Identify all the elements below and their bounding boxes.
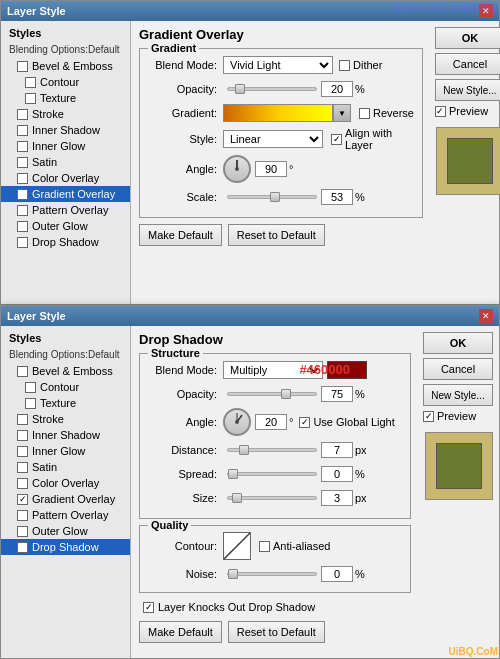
sidebar-item-color-overlay-bottom[interactable]: Color Overlay	[1, 475, 130, 491]
sidebar-item-gradient-overlay-top[interactable]: ✓ Gradient Overlay	[1, 186, 130, 202]
spread-input[interactable]	[321, 466, 353, 482]
texture-checkbox-bottom[interactable]	[25, 398, 36, 409]
sidebar-item-satin-bottom[interactable]: Satin	[1, 459, 130, 475]
pattern-overlay-checkbox-bottom[interactable]	[17, 510, 28, 521]
dither-checkbox[interactable]	[339, 60, 350, 71]
texture-checkbox-top[interactable]	[25, 93, 36, 104]
sidebar-item-inner-glow-top[interactable]: Inner Glow	[1, 138, 130, 154]
gradient-dropdown-icon[interactable]: ▼	[333, 104, 351, 122]
color-overlay-checkbox-bottom[interactable]	[17, 478, 28, 489]
sidebar-item-pattern-overlay-top[interactable]: Pattern Overlay	[1, 202, 130, 218]
scale-slider[interactable]	[227, 195, 317, 199]
opacity-input-top[interactable]	[321, 81, 353, 97]
spread-slider[interactable]	[227, 472, 317, 476]
drop-shadow-checkbox-top[interactable]	[17, 237, 28, 248]
sidebar-item-contour-bottom[interactable]: Contour	[1, 379, 130, 395]
reset-default-button-top[interactable]: Reset to Default	[228, 224, 325, 246]
outer-glow-checkbox-top[interactable]	[17, 221, 28, 232]
svg-point-1	[235, 167, 239, 171]
contour-checkbox-bottom[interactable]	[25, 382, 36, 393]
noise-input[interactable]	[321, 566, 353, 582]
angle-dial-bottom[interactable]	[223, 408, 251, 436]
sidebar-item-contour-top[interactable]: Contour	[1, 74, 130, 90]
reset-default-button-bottom[interactable]: Reset to Default	[228, 621, 325, 643]
inner-shadow-checkbox-bottom[interactable]	[17, 430, 28, 441]
sidebar-item-bevel-top[interactable]: Bevel & Emboss	[1, 58, 130, 74]
sidebar-item-outer-glow-bottom[interactable]: Outer Glow	[1, 523, 130, 539]
sidebar-item-inner-shadow-top[interactable]: Inner Shadow	[1, 122, 130, 138]
style-select[interactable]: Linear	[223, 130, 323, 148]
ok-button-top[interactable]: OK	[435, 27, 500, 49]
bevel-checkbox-bottom[interactable]	[17, 366, 28, 377]
new-style-button-bottom[interactable]: New Style...	[423, 384, 493, 406]
sidebar-item-outer-glow-top[interactable]: Outer Glow	[1, 218, 130, 234]
angle-dial-top[interactable]	[223, 155, 251, 183]
gradient-overlay-checkbox-bottom[interactable]: ✓	[17, 494, 28, 505]
reverse-checkbox[interactable]	[359, 108, 370, 119]
blending-options-label-top[interactable]: Blending Options:Default	[1, 43, 130, 58]
color-overlay-checkbox-top[interactable]	[17, 173, 28, 184]
preview-checkbox-bottom[interactable]: ✓	[423, 411, 434, 422]
contour-label: Contour:	[148, 540, 223, 552]
contour-checkbox-top[interactable]	[25, 77, 36, 88]
contour-picker[interactable]	[223, 532, 251, 560]
bevel-checkbox-top[interactable]	[17, 61, 28, 72]
layer-knocks-checkbox[interactable]: ✓	[143, 602, 154, 613]
inner-glow-checkbox-bottom[interactable]	[17, 446, 28, 457]
outer-glow-checkbox-bottom[interactable]	[17, 526, 28, 537]
distance-slider[interactable]	[227, 448, 317, 452]
opacity-slider-bottom[interactable]	[227, 392, 317, 396]
noise-slider[interactable]	[227, 572, 317, 576]
sidebar-item-inner-shadow-bottom[interactable]: Inner Shadow	[1, 427, 130, 443]
satin-checkbox-top[interactable]	[17, 157, 28, 168]
satin-checkbox-bottom[interactable]	[17, 462, 28, 473]
sidebar-item-inner-glow-bottom[interactable]: Inner Glow	[1, 443, 130, 459]
cancel-button-bottom[interactable]: Cancel	[423, 358, 493, 380]
new-style-button-top[interactable]: New Style...	[435, 79, 500, 101]
cancel-button-top[interactable]: Cancel	[435, 53, 500, 75]
ok-button-bottom[interactable]: OK	[423, 332, 493, 354]
make-default-button-top[interactable]: Make Default	[139, 224, 222, 246]
drop-shadow-checkbox-bottom[interactable]: ✓	[17, 542, 28, 553]
align-layer-checkbox[interactable]: ✓	[331, 134, 342, 145]
pattern-overlay-checkbox-top[interactable]	[17, 205, 28, 216]
opacity-slider-top[interactable]	[227, 87, 317, 91]
anti-aliased-checkbox[interactable]	[259, 541, 270, 552]
gradient-overlay-content: Gradient Overlay Gradient Blend Mode: Vi…	[131, 21, 431, 304]
size-input[interactable]	[321, 490, 353, 506]
sidebar-item-stroke-top[interactable]: Stroke	[1, 106, 130, 122]
sidebar-item-pattern-overlay-bottom[interactable]: Pattern Overlay	[1, 507, 130, 523]
gradient-group-title: Gradient	[148, 42, 199, 54]
size-row: Size: px	[148, 488, 402, 508]
sidebar-item-bevel-bottom[interactable]: Bevel & Emboss	[1, 363, 130, 379]
dialog-bottom-close-button[interactable]: ✕	[479, 309, 493, 323]
angle-input-bottom[interactable]	[255, 414, 287, 430]
sidebar-item-color-overlay-top[interactable]: Color Overlay	[1, 170, 130, 186]
use-global-light-checkbox[interactable]: ✓	[299, 417, 310, 428]
gradient-overlay-checkbox-top[interactable]: ✓	[17, 189, 28, 200]
size-slider[interactable]	[227, 496, 317, 500]
sidebar-item-satin-top[interactable]: Satin	[1, 154, 130, 170]
blend-mode-select-top[interactable]: Vivid Light	[223, 56, 333, 74]
gradient-picker[interactable]	[223, 104, 333, 122]
preview-checkbox-top[interactable]: ✓	[435, 106, 446, 117]
stroke-checkbox-top[interactable]	[17, 109, 28, 120]
blending-options-label-bottom[interactable]: Blending Options:Default	[1, 348, 130, 363]
inner-glow-checkbox-top[interactable]	[17, 141, 28, 152]
preview-box-top	[436, 127, 500, 195]
sidebar-item-drop-shadow-top[interactable]: Drop Shadow	[1, 234, 130, 250]
opacity-input-bottom[interactable]	[321, 386, 353, 402]
preview-label-bottom: Preview	[437, 410, 476, 422]
scale-input[interactable]	[321, 189, 353, 205]
stroke-checkbox-bottom[interactable]	[17, 414, 28, 425]
sidebar-item-texture-bottom[interactable]: Texture	[1, 395, 130, 411]
inner-shadow-checkbox-top[interactable]	[17, 125, 28, 136]
sidebar-item-gradient-overlay-bottom[interactable]: ✓ Gradient Overlay	[1, 491, 130, 507]
make-default-button-bottom[interactable]: Make Default	[139, 621, 222, 643]
angle-input-top[interactable]	[255, 161, 287, 177]
sidebar-item-stroke-bottom[interactable]: Stroke	[1, 411, 130, 427]
sidebar-item-drop-shadow-bottom[interactable]: ✓ Drop Shadow	[1, 539, 130, 555]
sidebar-item-texture-top[interactable]: Texture	[1, 90, 130, 106]
distance-input[interactable]	[321, 442, 353, 458]
use-global-light-label: Use Global Light	[313, 416, 394, 428]
